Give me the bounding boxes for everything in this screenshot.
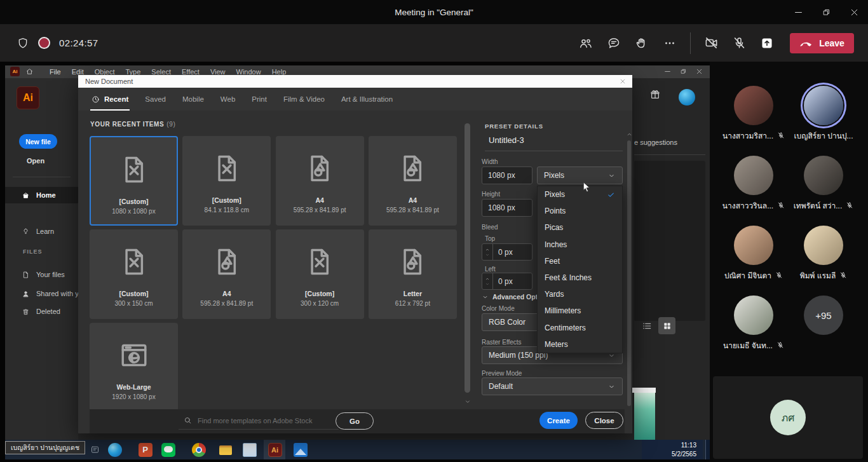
grid-scrollbar[interactable] <box>465 121 471 407</box>
recent-item[interactable]: A4595.28 x 841.89 pt <box>182 229 271 319</box>
participant-name: พิมพ์ แรมลี <box>800 269 836 282</box>
tab-saved[interactable]: Saved <box>145 88 166 111</box>
profile-avatar[interactable] <box>679 89 695 105</box>
minimize-button[interactable] <box>784 0 812 24</box>
taskbar-app-line[interactable] <box>160 442 176 458</box>
chat-button[interactable] <box>600 31 628 56</box>
dialog-close-icon[interactable] <box>618 77 627 86</box>
document-name-input[interactable]: Untitled-3 <box>489 135 524 145</box>
preview-mode-select[interactable]: Default <box>482 377 623 395</box>
tab-mobile[interactable]: Mobile <box>182 88 204 111</box>
illustrator-minimize-button[interactable] <box>660 65 675 78</box>
more-actions-button[interactable] <box>656 31 684 56</box>
unit-option-feet[interactable]: Feet <box>538 253 622 269</box>
sidebar-item-home[interactable]: Home <box>5 187 78 203</box>
taskbar-app-chrome[interactable] <box>191 442 207 458</box>
unit-option-yards[interactable]: Yards <box>538 286 622 302</box>
sidebar-item-learn[interactable]: Learn <box>5 223 78 240</box>
menu-file[interactable]: File <box>50 68 61 76</box>
tab-art-illustration[interactable]: Art & Illustration <box>341 88 393 111</box>
winmin-icon <box>663 67 672 76</box>
close-dialog-button[interactable]: Close <box>585 412 623 429</box>
recent-item[interactable]: A4595.28 x 841.89 pt <box>276 136 364 226</box>
check-icon <box>607 191 615 199</box>
participant-avatar[interactable] <box>734 86 773 125</box>
taskbar-app-illustrator[interactable]: Ai <box>267 442 283 458</box>
overflow-participants[interactable]: +95 <box>804 296 843 335</box>
grid-scrollbar-thumb[interactable] <box>465 123 470 393</box>
show-desktop-button[interactable] <box>705 440 710 459</box>
new-file-button[interactable]: New file <box>19 134 57 149</box>
unit-option-millimeters[interactable]: Millimeters <box>538 302 622 319</box>
camera-off-button[interactable] <box>697 31 725 56</box>
open-button[interactable]: Open <box>27 157 44 165</box>
self-video-tile[interactable]: ภศ <box>713 376 863 459</box>
illustrator-close-button[interactable] <box>691 65 707 78</box>
participant-name-row: พิมพ์ แรมลี <box>780 270 867 280</box>
recent-item[interactable]: [Custom]300 x 150 cm <box>90 229 178 319</box>
preset-scrollbar[interactable] <box>627 131 632 422</box>
create-button[interactable]: Create <box>539 412 578 429</box>
bleed-top-input[interactable]: 0 px <box>482 243 532 261</box>
unit-option-meters[interactable]: Meters <box>538 336 622 353</box>
recent-item[interactable]: Web-Large1920 x 1080 px <box>90 323 178 409</box>
mic-off-button[interactable] <box>725 31 753 56</box>
tab-recent[interactable]: Recent <box>92 88 128 111</box>
recent-item[interactable]: A4595.28 x 841.89 pt <box>369 136 457 226</box>
unit-option-picas[interactable]: Picas <box>538 219 622 236</box>
home-icon[interactable] <box>25 67 34 76</box>
participant-avatar[interactable] <box>804 226 843 265</box>
recent-item[interactable]: [Custom]84.1 x 118.8 cm <box>182 136 271 226</box>
leave-button[interactable]: Leave <box>790 33 854 53</box>
taskbar-app-powerpoint[interactable]: P <box>137 442 153 458</box>
participant-avatar[interactable] <box>804 156 843 195</box>
go-button[interactable]: Go <box>336 412 374 430</box>
sidebar-item-your-files[interactable]: Your files <box>5 266 78 283</box>
list-view-icon[interactable] <box>642 321 652 331</box>
participants-button[interactable] <box>572 31 600 56</box>
participant-avatar[interactable] <box>804 86 843 125</box>
tab-film-video[interactable]: Film & Video <box>283 88 325 111</box>
taskbar-app-edge[interactable] <box>107 442 123 458</box>
tab-web[interactable]: Web <box>220 88 235 111</box>
bleed-left-input[interactable]: 0 px <box>482 273 532 290</box>
dlgx-icon <box>618 77 627 86</box>
share-tray-button[interactable] <box>753 31 781 56</box>
participant-avatar[interactable] <box>734 296 773 335</box>
taskbar-app-notepad[interactable] <box>241 442 257 458</box>
unit-option-inches[interactable]: Inches <box>538 236 622 253</box>
bleed-top-stepper[interactable] <box>482 244 493 260</box>
height-input[interactable]: 1080 px <box>482 199 532 217</box>
chevdown-icon <box>607 383 616 391</box>
search-input[interactable]: Find more templates on Adobe Stock <box>198 417 312 425</box>
participant-avatar[interactable] <box>734 156 773 195</box>
reactions-button[interactable] <box>628 31 656 56</box>
unit-option-feet-inches[interactable]: Feet & Inches <box>538 269 622 286</box>
bleed-left-stepper[interactable] <box>482 273 493 289</box>
recent-item[interactable]: [Custom]300 x 120 cm <box>276 229 364 319</box>
illustrator-restore-button[interactable] <box>675 65 691 78</box>
unit-option-centimeters[interactable]: Centimeters <box>538 320 622 336</box>
scrollbar-down-icon[interactable] <box>464 398 471 405</box>
unit-option-points[interactable]: Points <box>538 203 622 219</box>
gift-icon[interactable] <box>649 89 661 100</box>
taskbar-clock[interactable]: 11:13 5/2/2565 <box>642 440 703 459</box>
close-button[interactable] <box>840 0 868 24</box>
doc-shapes-icon <box>210 245 243 278</box>
recent-item[interactable]: Letter612 x 792 pt <box>369 229 457 319</box>
preset-scrollbar-thumb[interactable] <box>627 140 631 406</box>
tab-print[interactable]: Print <box>252 88 267 111</box>
width-input[interactable]: 1080 px <box>482 166 532 184</box>
template-card[interactable] <box>634 161 705 321</box>
grid-view-button[interactable] <box>658 317 675 334</box>
taskbar-app-file-explorer[interactable] <box>217 442 233 458</box>
dialog-titlebar[interactable]: New Document <box>78 75 632 88</box>
sidebar-item-shared-with-you[interactable]: Shared with y <box>5 285 78 302</box>
restore-button[interactable] <box>812 0 840 24</box>
ime-icon[interactable] <box>90 445 100 454</box>
recent-item[interactable]: [Custom]1080 x 1080 px <box>90 136 178 226</box>
taskbar-app-photos[interactable] <box>292 442 308 458</box>
sidebar-item-deleted[interactable]: Deleted <box>5 303 78 320</box>
scrollbar-up-icon[interactable] <box>626 131 633 138</box>
participant-avatar[interactable] <box>734 226 773 265</box>
